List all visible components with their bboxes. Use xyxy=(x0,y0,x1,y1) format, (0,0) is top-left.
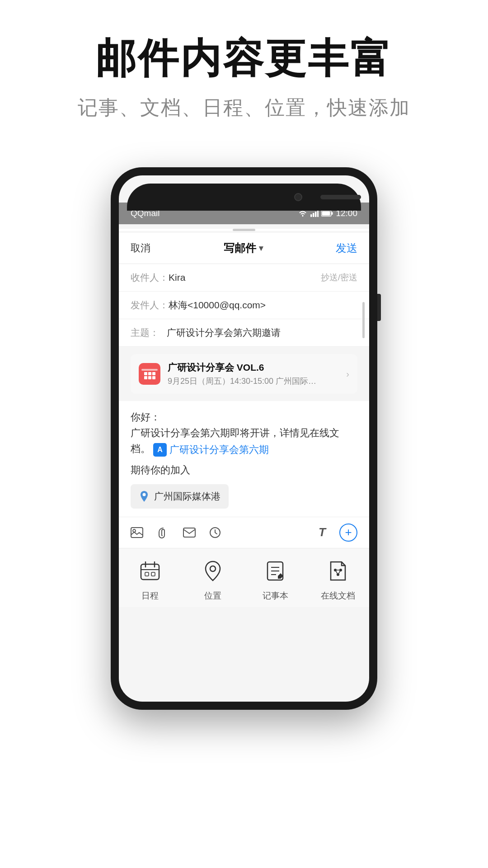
action-calendar[interactable]: 日程 xyxy=(127,557,173,602)
to-value[interactable]: Kira xyxy=(169,272,321,283)
expect-text: 期待你的加入 xyxy=(131,462,357,478)
from-value[interactable]: 林海<10000@qq.com> xyxy=(169,299,357,311)
svg-rect-1 xyxy=(313,213,314,217)
to-label: 收件人： xyxy=(131,271,169,284)
camera xyxy=(294,193,302,201)
cancel-button[interactable]: 取消 xyxy=(131,241,150,255)
page-header: 邮件内容更丰富 记事、文档、日程、位置，快速添加 xyxy=(0,0,488,139)
calendar-icon xyxy=(139,363,160,385)
signal-icon xyxy=(310,210,319,217)
title-chevron-icon: ▾ xyxy=(259,243,263,253)
phone-notch xyxy=(127,184,361,211)
from-field-row: 发件人： 林海<10000@qq.com> xyxy=(119,292,369,319)
calendar-card[interactable]: 广研设计分享会 VOL.6 9月25日（周五）14:30-15:00 广州国际…… xyxy=(131,354,357,394)
svg-rect-3 xyxy=(317,210,319,217)
toolbar: T + xyxy=(119,517,369,548)
subject-label: 主题： xyxy=(131,326,167,339)
side-button xyxy=(377,294,381,321)
speaker xyxy=(320,195,361,199)
image-icon[interactable] xyxy=(131,527,143,538)
page-subtitle: 记事、文档、日程、位置，快速添加 xyxy=(0,94,488,121)
to-field-row: 收件人： Kira 抄送/密送 xyxy=(119,264,369,292)
location-card[interactable]: 广州国际媒体港 xyxy=(131,484,229,509)
bottom-action-bar: 日程 位置 xyxy=(119,548,369,607)
notes-action-icon xyxy=(261,557,290,585)
svg-line-27 xyxy=(335,570,338,575)
svg-rect-17 xyxy=(151,572,155,576)
email-icon[interactable] xyxy=(183,528,196,538)
calendar-details: 广研设计分享会 VOL.6 9月25日（周五）14:30-15:00 广州国际… xyxy=(168,361,339,387)
battery-icon xyxy=(321,210,333,217)
email-body[interactable]: 你好： 广研设计分享会第六期即将开讲，详情见在线文 档。 A 广研设计分享会第六… xyxy=(119,401,369,517)
attach-icon[interactable] xyxy=(157,526,169,539)
add-more-button[interactable]: + xyxy=(339,524,357,542)
svg-point-7 xyxy=(143,493,146,496)
compose-title: 写邮件 ▾ xyxy=(224,241,263,255)
svg-rect-10 xyxy=(183,528,195,537)
page-title: 邮件内容更丰富 xyxy=(0,36,488,81)
location-pin-icon xyxy=(139,490,150,503)
svg-point-9 xyxy=(133,529,136,532)
calendar-action-label: 日程 xyxy=(141,590,159,602)
bottom-actions: 日程 位置 xyxy=(119,557,369,602)
action-document[interactable]: 在线文档 xyxy=(315,557,361,602)
action-notes[interactable]: 记事本 xyxy=(253,557,298,602)
phone-shell: QQmail xyxy=(111,167,377,710)
location-name: 广州国际媒体港 xyxy=(154,489,221,504)
document-action-label: 在线文档 xyxy=(321,590,355,602)
calendar-action-icon xyxy=(136,557,164,585)
document-action-icon xyxy=(324,557,352,585)
drag-handle xyxy=(233,229,255,231)
calendar-time: 9月25日（周五）14:30-15:00 广州国际… xyxy=(168,376,339,387)
svg-rect-6 xyxy=(322,212,330,216)
svg-line-28 xyxy=(338,570,341,575)
svg-point-18 xyxy=(210,566,216,571)
send-button[interactable]: 发送 xyxy=(336,241,357,255)
svg-rect-12 xyxy=(141,564,159,580)
svg-rect-0 xyxy=(310,214,312,217)
location-action-label: 位置 xyxy=(204,590,221,602)
text-format-icon[interactable]: T xyxy=(319,525,326,539)
svg-rect-2 xyxy=(315,212,317,217)
svg-rect-5 xyxy=(332,212,333,215)
card-chevron-icon: › xyxy=(346,369,349,379)
nav-bar: 取消 写邮件 ▾ 发送 xyxy=(119,233,369,264)
calendar-title: 广研设计分享会 VOL.6 xyxy=(168,361,339,374)
body-text: 广研设计分享会第六期即将开讲，详情见在线文 档。 A 广研设计分享会第六期 xyxy=(131,425,357,458)
scroll-indicator xyxy=(362,302,365,338)
clock-icon[interactable] xyxy=(209,527,221,538)
from-label: 发件人： xyxy=(131,299,169,311)
phone-screen: QQmail xyxy=(119,175,369,702)
subject-field-row: 主题： 广研设计分享会第六期邀请 xyxy=(119,319,369,347)
phone-mockup: QQmail xyxy=(111,167,377,710)
greeting: 你好： xyxy=(131,409,357,425)
subject-value[interactable]: 广研设计分享会第六期邀请 xyxy=(167,326,357,339)
svg-rect-8 xyxy=(131,528,143,538)
svg-rect-16 xyxy=(145,572,149,576)
action-location[interactable]: 位置 xyxy=(190,557,235,602)
location-action-icon xyxy=(198,557,227,585)
doc-link[interactable]: A 广研设计分享会第六期 xyxy=(153,442,269,458)
cc-bcc-label[interactable]: 抄送/密送 xyxy=(321,272,357,283)
notes-action-label: 记事本 xyxy=(263,590,288,602)
wifi-icon xyxy=(298,210,308,217)
doc-small-icon: A xyxy=(153,443,167,457)
